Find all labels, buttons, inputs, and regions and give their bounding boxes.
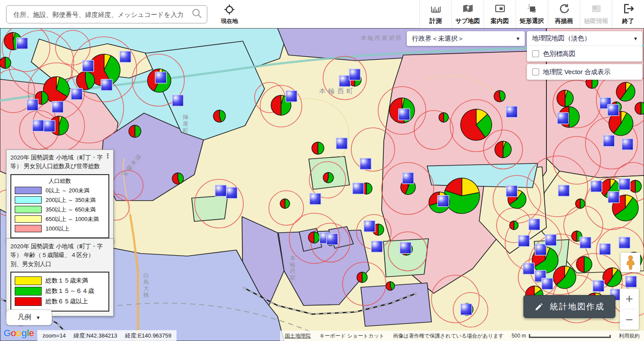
- map-marker[interactable]: [506, 185, 517, 197]
- map-marker[interactable]: [545, 234, 556, 246]
- map-marker[interactable]: [599, 244, 611, 255]
- map-marker[interactable]: [593, 280, 604, 292]
- tool-submap-button[interactable]: サブ地図: [451, 0, 484, 28]
- crosshair-icon: [224, 4, 235, 16]
- map-marker[interactable]: [619, 179, 630, 190]
- current-location-label: 現在地: [221, 17, 238, 25]
- map-marker[interactable]: [608, 104, 619, 116]
- map-marker[interactable]: [120, 51, 131, 62]
- map-marker[interactable]: [71, 88, 82, 100]
- map-marker[interactable]: [518, 235, 530, 247]
- admin-boundary-dropdown[interactable]: 行政界＜未選択＞ ▼: [407, 31, 525, 46]
- kebab-menu-icon[interactable]: ⋮: [105, 153, 111, 159]
- map-marker[interactable]: [286, 91, 297, 102]
- create-statistics-map-button[interactable]: 統計地図作成: [523, 295, 615, 318]
- search-box[interactable]: [6, 5, 207, 23]
- legend-item-label: 200以上 ～ 350未満: [46, 196, 96, 204]
- map-marker[interactable]: [603, 135, 615, 146]
- map-marker[interactable]: [529, 219, 540, 230]
- map-marker[interactable]: [461, 304, 472, 315]
- pegman-icon: [624, 255, 637, 270]
- map-marker[interactable]: [360, 158, 371, 169]
- elevation-checkbox-row[interactable]: 色別標高図: [527, 46, 642, 62]
- map-marker[interactable]: [327, 234, 338, 245]
- map-marker[interactable]: [101, 79, 112, 91]
- legend-item-label: 650以上 ～ 1000未満: [46, 215, 99, 223]
- map-marker[interactable]: [622, 139, 633, 150]
- map-marker[interactable]: [400, 242, 411, 253]
- zoom-control: + −: [620, 289, 639, 330]
- map-marker[interactable]: [215, 185, 226, 196]
- map-marker[interactable]: [336, 138, 347, 149]
- vector-panel: 地理院 Vector 合成表示: [527, 64, 642, 80]
- tool-label: サブ地図: [455, 17, 480, 25]
- basemap-dropdown[interactable]: 地理院地図（淡色） ▼: [527, 31, 642, 46]
- chevron-down-icon: ▼: [633, 36, 638, 41]
- map-marker[interactable]: [402, 172, 414, 184]
- google-logo-letter: o: [16, 328, 21, 338]
- pegman-button[interactable]: [621, 253, 640, 272]
- tool-measure-button[interactable]: 計測: [419, 0, 451, 28]
- map-marker[interactable]: [27, 99, 38, 110]
- map-marker[interactable]: [82, 60, 94, 71]
- current-location-button[interactable]: 現在地: [217, 3, 242, 26]
- tool-exit-button[interactable]: 終了: [612, 0, 644, 28]
- terms-link[interactable]: 利用規約: [615, 332, 644, 340]
- map-marker[interactable]: [506, 106, 517, 117]
- legend1-row: 0以上 ～ 200未満: [15, 187, 105, 195]
- google-logo-letter: o: [10, 328, 16, 338]
- tool-redraw-button[interactable]: 再描画: [548, 0, 580, 28]
- map-marker[interactable]: [438, 195, 449, 207]
- map-marker[interactable]: [542, 278, 553, 289]
- legend-color-chip: [15, 196, 42, 204]
- legend-color-chip: [15, 276, 42, 285]
- map-marker[interactable]: [580, 237, 591, 248]
- search-input[interactable]: [13, 10, 191, 19]
- map-marker[interactable]: [226, 187, 237, 198]
- keyboard-shortcuts-link[interactable]: キーボード ショートカット: [315, 332, 389, 340]
- zoom-in-button[interactable]: +: [620, 289, 639, 309]
- map-marker[interactable]: [339, 75, 350, 87]
- tool-guidemap-button[interactable]: 案内図: [484, 0, 516, 28]
- map-marker[interactable]: [364, 221, 375, 232]
- google-logo[interactable]: Google: [3, 328, 34, 339]
- map-marker[interactable]: [310, 193, 321, 205]
- gsi-link[interactable]: 国土地理院: [280, 332, 315, 340]
- vector-checkbox[interactable]: [532, 68, 539, 75]
- rect-select-icon: [526, 3, 538, 16]
- map-marker[interactable]: [619, 237, 630, 248]
- tool-label: 再描画: [555, 17, 573, 25]
- legend-toggle-button[interactable]: 凡例 ▼: [6, 309, 52, 325]
- legend2-items: 総数１５歳未満総数１５～６４歳総数６５歳以上: [10, 272, 109, 312]
- legend-color-chip: [15, 215, 42, 223]
- map-marker[interactable]: [399, 109, 410, 120]
- map-marker[interactable]: [16, 38, 28, 49]
- chevron-down-icon: ▼: [36, 315, 41, 320]
- map-marker[interactable]: [625, 276, 637, 287]
- top-toolbar: 現在地 計測サブ地図案内図矩形選択再描画秘匿情報終了: [0, 0, 644, 28]
- map-marker[interactable]: [523, 263, 534, 274]
- map-marker[interactable]: [591, 181, 602, 192]
- search-icon[interactable]: [191, 8, 203, 21]
- tool-rect-select-button[interactable]: 矩形選択: [516, 0, 548, 28]
- elevation-checkbox-label: 色別標高図: [543, 50, 575, 58]
- elevation-checkbox[interactable]: [532, 50, 539, 57]
- map-marker[interactable]: [371, 241, 382, 252]
- vector-checkbox-row[interactable]: 地理院 Vector 合成表示: [527, 64, 642, 80]
- map-marker[interactable]: [608, 192, 619, 203]
- tool-hidden-info-button: 秘匿情報: [580, 0, 612, 28]
- map-marker[interactable]: [353, 183, 364, 194]
- map-marker[interactable]: [52, 101, 63, 113]
- map-marker[interactable]: [557, 113, 569, 124]
- map-status-bar: zoom=14 緯度:N42.384213 経度:E140.963759: [37, 330, 177, 341]
- map-marker[interactable]: [155, 72, 167, 83]
- map-place-label: 本輪西町: [319, 87, 356, 94]
- map-marker[interactable]: [44, 120, 55, 132]
- map-marker[interactable]: [535, 244, 546, 255]
- map-marker[interactable]: [558, 185, 569, 196]
- zoom-out-button[interactable]: −: [620, 309, 639, 330]
- map-marker[interactable]: [349, 69, 360, 80]
- vector-checkbox-label: 地理院 Vector 合成表示: [543, 68, 611, 76]
- map-marker[interactable]: [33, 120, 44, 131]
- map-marker[interactable]: [172, 95, 183, 106]
